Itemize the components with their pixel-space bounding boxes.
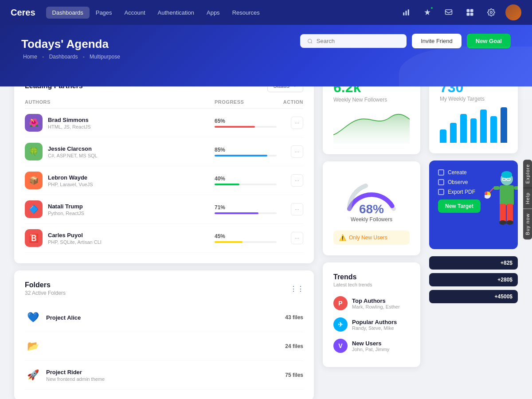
nav-icons xyxy=(399,4,521,20)
invite-friend-button[interactable]: Invite Friend xyxy=(412,34,462,48)
trend-rows: P Top Authors Mark, Rowling, Esther ✈ Po… xyxy=(333,293,410,356)
partner-info: Lebron Wayde PHP, Laravel, VueJS xyxy=(48,174,215,187)
action-col: ··· xyxy=(277,174,303,187)
bar xyxy=(490,116,497,143)
message-icon[interactable] xyxy=(442,5,456,20)
folders-subtitle: 32 Active Folders xyxy=(25,290,66,296)
progress-pct: 71% xyxy=(215,204,277,211)
side-tab-explore[interactable]: Explore xyxy=(523,160,532,188)
trend-sub: Mark, Rowling, Esther xyxy=(352,304,400,309)
partner-info: Natali Trump Python, ReactJS xyxy=(48,203,215,216)
trend-info: Top Authors Mark, Rowling, Esther xyxy=(352,297,400,309)
folder-row: 📂 24 files xyxy=(25,332,303,361)
svg-rect-15 xyxy=(493,186,500,190)
svg-rect-16 xyxy=(514,186,518,190)
nav-item-authentication[interactable]: Authentication xyxy=(152,9,200,16)
nav-item-resources[interactable]: Resources xyxy=(226,9,266,16)
progress-bar-bg xyxy=(215,126,277,128)
search-icon xyxy=(307,38,313,44)
user-avatar[interactable] xyxy=(505,4,521,20)
row-action-button[interactable]: ··· xyxy=(291,174,303,187)
progress-col: 85% xyxy=(215,147,277,156)
nav-item-account[interactable]: Account xyxy=(118,9,152,16)
partner-info: Jessie Clarcson C#, ASP.NET, MS SQL xyxy=(48,145,215,158)
nav-item-dashboards[interactable]: Dashboards xyxy=(46,7,90,19)
svg-rect-0 xyxy=(403,12,404,16)
trend-row: P Top Authors Mark, Rowling, Esther xyxy=(333,293,410,314)
header-actions: Invite Friend New Goal xyxy=(300,34,511,48)
promo-checkbox xyxy=(438,169,444,176)
promo-checkbox xyxy=(438,179,444,185)
folder-name: Project Alice xyxy=(46,314,81,321)
folder-files: 24 files xyxy=(285,343,303,349)
folder-row: 💙 Project Alice 43 files xyxy=(25,303,303,332)
folder-files: 43 files xyxy=(285,314,303,321)
svg-rect-17 xyxy=(500,204,506,222)
middle-panel: 6.2k Weekly New Followers xyxy=(323,69,420,399)
stat-item-3: +4500$ xyxy=(429,290,518,303)
gauge-percent: 68% xyxy=(359,202,384,216)
only-new-users-badge: ⚠️ Only New Users xyxy=(333,231,410,245)
col-progress: PROGRESS xyxy=(215,99,277,105)
promo-card: Cereate Observe Export PDF New Target xyxy=(429,160,518,249)
svg-rect-14 xyxy=(500,185,514,205)
search-input[interactable] xyxy=(317,38,399,44)
bar xyxy=(440,129,446,143)
nav-items: Dashboards Pages Account Authentication … xyxy=(46,7,266,19)
trend-name: New Users xyxy=(352,340,389,347)
trend-name: Popular Authors xyxy=(352,319,397,325)
row-action-button[interactable]: ··· xyxy=(291,232,303,244)
grid-icon[interactable] xyxy=(463,5,477,20)
partner-tech: PHP, Laravel, VueJS xyxy=(48,182,215,187)
new-goal-button[interactable]: New Goal xyxy=(467,34,511,48)
trend-row: ✈ Popular Authors Randy, Steve, Mike xyxy=(333,314,410,335)
chart-icon[interactable] xyxy=(399,5,413,20)
partner-name: Natali Trump xyxy=(48,203,215,210)
trend-icon: ✈ xyxy=(333,317,348,332)
folders-title: Folders xyxy=(25,281,51,289)
progress-bar-bg xyxy=(215,212,277,214)
partner-tech: HTML, JS, ReactJS xyxy=(48,124,215,129)
progress-col: 45% xyxy=(215,233,277,243)
progress-pct: 65% xyxy=(215,118,277,124)
right-panel: 730 My Weekly Targets Cereate Observe Ex… xyxy=(429,69,518,399)
left-panel: Leading Partners Status AUTHORS PROGRESS… xyxy=(14,69,314,399)
progress-bar-bg xyxy=(215,184,277,185)
action-col: ··· xyxy=(277,232,303,244)
promo-option-label: Export PDF xyxy=(448,189,475,195)
partner-info: Carles Puyol PHP, SQLite, Artisan CLI xyxy=(48,232,215,245)
folders-card: Folders 32 Active Folders ⋮⋮ 💙 Project A… xyxy=(14,270,314,399)
svg-point-11 xyxy=(501,171,512,178)
stat-item-2: +280$ xyxy=(429,273,518,286)
new-target-button[interactable]: New Target xyxy=(438,200,481,213)
action-col: ··· xyxy=(277,117,303,129)
settings-icon[interactable] xyxy=(484,5,498,20)
partner-rows: 🌺 Brad Simmons HTML, JS, ReactJS 65% ···… xyxy=(25,109,303,253)
row-action-button[interactable]: ··· xyxy=(291,117,303,129)
svg-rect-3 xyxy=(446,10,452,15)
page-title: Todays' Agenda xyxy=(21,37,122,51)
side-tab-help[interactable]: Help xyxy=(523,188,532,209)
side-tab-buy[interactable]: Buy now xyxy=(523,209,532,239)
row-action-button[interactable]: ··· xyxy=(291,145,303,158)
partner-avatar: 🌺 xyxy=(25,114,43,132)
partner-row: 📦 Lebron Wayde PHP, Laravel, VueJS 40% ·… xyxy=(25,166,303,195)
progress-pct: 85% xyxy=(215,147,277,153)
folder-files: 75 files xyxy=(285,372,303,378)
navbar: Ceres Dashboards Pages Account Authentic… xyxy=(0,0,532,25)
folders-menu-button[interactable]: ⋮⋮ xyxy=(291,282,303,295)
progress-pct: 45% xyxy=(215,233,277,239)
trend-info: New Users John, Pat, Jimmy xyxy=(352,340,389,352)
partner-avatar: 🅱️ xyxy=(25,229,43,247)
row-action-button[interactable]: ··· xyxy=(291,203,303,215)
partner-name: Jessie Clarcson xyxy=(48,145,215,152)
area-chart xyxy=(333,108,410,144)
nav-item-apps[interactable]: Apps xyxy=(200,9,226,16)
trend-sub: John, Pat, Jimmy xyxy=(352,347,389,352)
search-box[interactable] xyxy=(300,34,407,48)
nav-item-pages[interactable]: Pages xyxy=(90,9,118,16)
sparkle-icon[interactable] xyxy=(420,5,434,20)
partner-name: Lebron Wayde xyxy=(48,174,215,181)
stat-item-1: +82$ xyxy=(429,256,518,270)
partner-tech: C#, ASP.NET, MS SQL xyxy=(48,153,215,158)
